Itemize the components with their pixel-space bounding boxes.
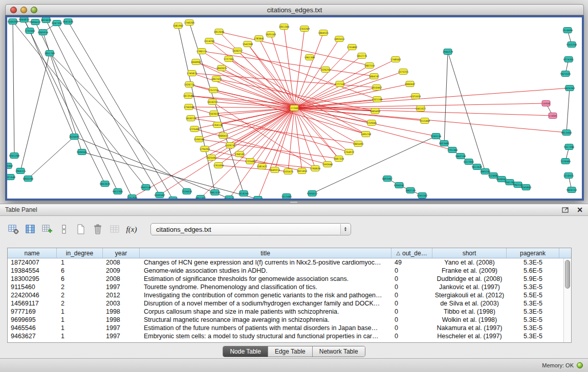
- graph-node[interactable]: 1625103: [266, 32, 276, 37]
- graph-node[interactable]: 1805493: [353, 141, 364, 147]
- tab-network-table[interactable]: Network Table: [313, 346, 365, 357]
- graph-edge[interactable]: [28, 137, 74, 179]
- graph-node[interactable]: 9317286: [564, 144, 575, 150]
- graph-node[interactable]: 1581427: [257, 164, 268, 169]
- function-builder-icon[interactable]: f(x): [125, 223, 138, 235]
- graph-node[interactable]: 9230457: [168, 197, 179, 199]
- graph-node[interactable]: 1503022: [209, 111, 220, 117]
- graph-edge[interactable]: [219, 32, 294, 108]
- graph-node[interactable]: 1692413: [334, 36, 345, 42]
- graph-node[interactable]: 8541026: [63, 19, 74, 25]
- close-button[interactable]: [10, 7, 17, 13]
- column-header-year[interactable]: year: [103, 248, 140, 258]
- graph-edge[interactable]: [209, 41, 294, 108]
- graph-edge[interactable]: [294, 108, 349, 152]
- graph-node[interactable]: 9150428: [253, 196, 264, 199]
- graph-node[interactable]: 7751920: [127, 195, 138, 199]
- graph-node[interactable]: 7682159: [405, 188, 416, 193]
- zoom-button[interactable]: [31, 7, 37, 13]
- column-header-title[interactable]: title: [140, 248, 391, 258]
- graph-edge[interactable]: [294, 88, 570, 108]
- graph-node[interactable]: 1667423: [211, 76, 222, 82]
- graph-node[interactable]: 7618245: [238, 191, 249, 196]
- graph-node[interactable]: 1604747: [369, 74, 380, 79]
- graph-node[interactable]: 1745873: [187, 71, 198, 76]
- graph-node[interactable]: 7904315: [15, 168, 26, 174]
- graph-node[interactable]: 8341208: [9, 153, 20, 159]
- graph-node[interactable]: 1757210: [208, 87, 219, 93]
- graph-edge[interactable]: [82, 152, 258, 199]
- graph-node[interactable]: 1760103: [234, 151, 245, 157]
- graph-node[interactable]: 9023481: [439, 141, 450, 146]
- graph-node[interactable]: 1944379: [443, 49, 453, 55]
- graph-node[interactable]: 1851304: [279, 24, 290, 30]
- close-panel-icon[interactable]: ✕: [577, 206, 583, 213]
- table-row[interactable]: 1872400712008Changes of HCN gene express…: [8, 258, 563, 267]
- graph-node[interactable]: 1810462: [372, 85, 382, 91]
- table-row[interactable]: 1456911722003Disruption of a novel membe…: [8, 299, 563, 308]
- graph-node[interactable]: 1821053: [297, 168, 308, 174]
- graph-edge[interactable]: [294, 108, 302, 171]
- graph-node[interactable]: 1649213: [270, 167, 280, 173]
- graph-node[interactable]: 1961304: [304, 55, 315, 60]
- table-row[interactable]: 969969511998Structural magnetic resonanc…: [8, 316, 563, 324]
- graph-node[interactable]: 1530189: [194, 137, 205, 142]
- table-select-dropdown[interactable]: citations_edges.txt ▲▼: [150, 223, 351, 235]
- graph-node[interactable]: 1777147: [335, 81, 345, 87]
- graph-node[interactable]: 1592640: [322, 162, 333, 167]
- graph-node[interactable]: 1535475: [283, 169, 294, 174]
- graph-node[interactable]: 1424343: [564, 85, 575, 91]
- graph-node[interactable]: 15958: [542, 101, 550, 106]
- window-titlebar[interactable]: citations_edges.txt: [5, 4, 584, 15]
- graph-node[interactable]: 1513485: [281, 194, 292, 199]
- graph-node[interactable]: 8105562: [155, 192, 165, 198]
- graph-node[interactable]: 9305914: [38, 30, 49, 35]
- graph-node[interactable]: 8317045: [464, 159, 474, 165]
- rows-icon[interactable]: [58, 223, 70, 235]
- graph-edge[interactable]: [160, 108, 294, 195]
- vertical-scrollbar[interactable]: [563, 258, 571, 342]
- graph-node[interactable]: 9247350: [52, 20, 62, 26]
- graph-edge[interactable]: [294, 29, 304, 108]
- graph-node[interactable]: 1812776: [357, 53, 367, 59]
- graph-edge[interactable]: [20, 53, 50, 171]
- graph-node[interactable]: 1625447: [206, 155, 217, 161]
- graph-node[interactable]: 8824028: [41, 17, 52, 23]
- graph-edge[interactable]: [239, 108, 294, 154]
- graph-node[interactable]: 1515469: [420, 118, 430, 124]
- new-document-icon[interactable]: [75, 223, 87, 235]
- graph-edge[interactable]: [294, 108, 366, 134]
- graph-node[interactable]: 8104202: [8, 19, 18, 25]
- graph-node[interactable]: 2620693: [69, 134, 80, 140]
- graph-edge[interactable]: [294, 108, 567, 133]
- graph-node[interactable]: 8613450: [561, 130, 572, 136]
- graph-node[interactable]: 8274301: [563, 57, 574, 62]
- graph-node[interactable]: 1606415: [218, 133, 229, 139]
- graph-node[interactable]: 1658902: [191, 59, 202, 65]
- graph-node[interactable]: 1763209: [299, 26, 310, 32]
- scrollbar-thumb[interactable]: [565, 260, 570, 289]
- graph-node[interactable]: 1725485: [245, 159, 256, 164]
- column-header-name[interactable]: name: [8, 248, 57, 258]
- graph-edge[interactable]: [189, 107, 294, 108]
- table-row[interactable]: 911546021997Tourette syndrome. Phenomeno…: [8, 283, 563, 291]
- graph-node[interactable]: 8663024: [100, 181, 111, 187]
- graph-node[interactable]: 9613428: [472, 164, 483, 170]
- table-settings-icon[interactable]: [7, 223, 19, 235]
- graph-node[interactable]: 9412305: [113, 189, 123, 194]
- graph-node[interactable]: 1605493: [370, 108, 381, 114]
- graph-node[interactable]: 8093467: [382, 176, 393, 182]
- graph-node[interactable]: 9657302: [195, 195, 206, 199]
- float-panel-icon[interactable]: [559, 204, 572, 216]
- graph-node[interactable]: 11604: [549, 113, 557, 119]
- graph-edge[interactable]: [50, 53, 187, 191]
- graph-node[interactable]: 1610257: [207, 99, 218, 105]
- graph-node[interactable]: 1794263: [200, 146, 210, 152]
- graph-node[interactable]: 7524618: [182, 189, 192, 194]
- graph-node[interactable]: 1660447: [405, 81, 416, 87]
- graph-node[interactable]: 1326251: [320, 67, 331, 73]
- graph-node[interactable]: 9421635: [560, 71, 571, 77]
- graph-node[interactable]: 9133402: [7, 163, 13, 169]
- graph-node[interactable]: 1581902: [173, 23, 184, 29]
- table-row[interactable]: 1938455462009Genome-wide association stu…: [8, 267, 563, 275]
